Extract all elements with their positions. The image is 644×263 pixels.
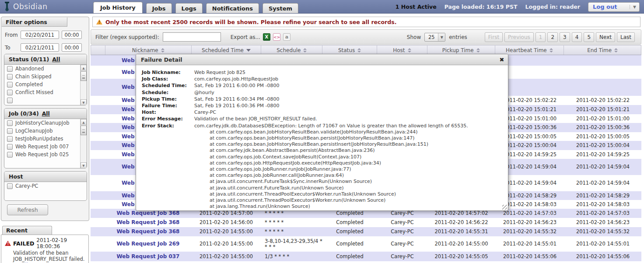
- cell-nickname[interactable]: Web Request Job 368: [105, 210, 191, 216]
- tab-job-history[interactable]: Job History: [93, 2, 143, 13]
- status-checkbox[interactable]: [7, 66, 13, 72]
- list-item-testjobrunupdates: testJobRunUpdates: [4, 135, 87, 143]
- job-checkbox[interactable]: [7, 152, 13, 158]
- status-scrollbar[interactable]: ▲▼: [80, 65, 87, 105]
- cell-nickname[interactable]: Web Request Job 269: [105, 241, 191, 247]
- show-label: Show: [407, 34, 421, 40]
- tab-logs[interactable]: Logs: [175, 3, 203, 13]
- pagination: FirstPrevious12345NextLast: [485, 32, 635, 42]
- host-checkbox[interactable]: [7, 183, 13, 189]
- checkbox-label: Web Request Job 007: [15, 144, 69, 150]
- status-checkbox[interactable]: [7, 82, 13, 88]
- tab-notifications[interactable]: Notifications: [206, 3, 259, 13]
- cell-pickup: 2011-02-20 14:55:00: [427, 241, 495, 247]
- column-header-pickup-time[interactable]: Pickup Time: [427, 46, 495, 55]
- page-button-2[interactable]: 2: [547, 32, 558, 42]
- page-button-5[interactable]: 5: [584, 32, 594, 42]
- page-button-next[interactable]: Next: [596, 32, 615, 42]
- field-value: Carey-PC: [194, 109, 216, 116]
- cell-end: 2011-02-20 15:01:00: [564, 116, 641, 122]
- export-csv-icon[interactable]: a: [283, 33, 290, 41]
- status-checkbox[interactable]: [7, 98, 13, 103]
- stack-trace-line: at com.carfey.ops.bean.JobHistoryResultB…: [142, 135, 504, 141]
- job-checkbox[interactable]: [7, 128, 13, 134]
- cell-pickup: 2011-02-20 14:55:31: [427, 229, 495, 235]
- column-header-host[interactable]: Host: [377, 46, 427, 55]
- stack-trace-line: at java.util.concurrent.ThreadPoolExecut…: [142, 197, 504, 203]
- page-size-select[interactable]: 25 ▼: [424, 33, 445, 42]
- column-label: Scheduled Time: [202, 47, 244, 53]
- modal-field-schedule: Schedule:@hourly: [142, 89, 504, 96]
- job-filter-panel: Job (0/34) All JobHistoryCleanupJobLogCl…: [4, 108, 87, 168]
- scrollbar-thumb[interactable]: [80, 71, 87, 81]
- scrollbar-thumb[interactable]: [80, 126, 87, 135]
- chevron-down-icon[interactable]: ▼: [630, 5, 639, 9]
- cell-end: 2011-02-20 14:58:29: [564, 193, 641, 199]
- page-button-last[interactable]: Last: [617, 32, 635, 42]
- to-time-input[interactable]: [62, 43, 82, 52]
- status-all-link[interactable]: All: [52, 56, 60, 63]
- list-item-completed: Completed: [4, 81, 87, 88]
- cell-host: Carey-PC: [377, 229, 427, 235]
- close-icon[interactable]: ✖: [496, 56, 508, 63]
- tab-jobs[interactable]: Jobs: [146, 3, 172, 13]
- sort-both-icon: [408, 48, 411, 53]
- cell-nickname[interactable]: Web Request Job 368: [105, 220, 191, 225]
- cell-nickname[interactable]: Web Request Job 037: [105, 254, 191, 259]
- export-excel-icon[interactable]: X: [263, 33, 270, 41]
- cell-heartbeat: 2011-02-20 14:56:23: [495, 220, 564, 225]
- status-checkbox[interactable]: [7, 74, 13, 80]
- to-date-input[interactable]: [21, 43, 59, 52]
- job-checkbox[interactable]: [7, 120, 13, 126]
- job-panel-header: Job (0/34) All: [4, 109, 87, 119]
- list-item-web-request-job-025: Web Request Job 025: [4, 151, 87, 158]
- cell-end: 2011-02-20 14:57:03: [564, 210, 641, 216]
- scroll-down-icon[interactable]: ▼: [80, 99, 87, 105]
- page-button-4[interactable]: 4: [572, 32, 582, 42]
- column-header-schedule[interactable]: Schedule: [261, 46, 322, 55]
- cell-scheduled: 2011-02-20 14:55:00: [191, 254, 261, 259]
- job-checkbox[interactable]: [7, 144, 13, 150]
- scroll-up-icon[interactable]: ▲: [80, 119, 87, 125]
- cell-end: 2011-02-20 14:56:23: [564, 220, 641, 225]
- cell-nickname[interactable]: Web Request Job 368: [105, 229, 191, 235]
- status-checkbox[interactable]: [7, 90, 13, 95]
- refresh-button[interactable]: Refresh: [7, 204, 48, 215]
- status-filter-panel: Status (0/11) All AbandonedChain Skipped…: [4, 54, 87, 105]
- cell-end: 2011-02-20 14:59:04: [564, 180, 641, 186]
- from-date-row: From: [5, 31, 82, 39]
- list-item-jobhistorycleanupjob: JobHistoryCleanupJob: [4, 119, 87, 127]
- top-header-bar: Obsidian Job HistoryJobsLogsNotification…: [0, 0, 644, 14]
- logout-button[interactable]: Log out ▼: [588, 2, 640, 12]
- modal-field-host: Host:Carey-PC: [142, 109, 504, 116]
- from-time-input[interactable]: [62, 31, 82, 39]
- host-panel-header: Host: [4, 172, 87, 182]
- field-label: Pickup Time:: [142, 96, 194, 102]
- scroll-up-icon[interactable]: ▲: [80, 65, 87, 71]
- page-button-3[interactable]: 3: [560, 32, 570, 42]
- cell-end: 2011-02-20 15:00:05: [564, 134, 641, 140]
- column-header-end-time[interactable]: End Time: [564, 46, 641, 55]
- error-stack-lines: at com.carfey.ops.bean.JobHistoryResultB…: [142, 129, 504, 210]
- column-header-heartbeat-time[interactable]: Heartbeat Time: [495, 46, 564, 55]
- job-checkbox[interactable]: [7, 136, 13, 142]
- to-label: To: [5, 45, 18, 51]
- modal-fields: Job Nickname:Web Request Job 825Job Clas…: [142, 69, 504, 129]
- column-header-scheduled-time[interactable]: Scheduled Time: [192, 46, 262, 55]
- cell-end: 2011-02-20 14:55:01: [564, 241, 641, 247]
- export-xml-icon[interactable]: <>: [273, 33, 280, 41]
- stack-trace-line: at com.carfey.ops.bean.JobHistoryResultB…: [142, 129, 504, 135]
- table-row: Web Request Job 2692011-02-20 14:55:003-…: [91, 236, 641, 252]
- scroll-down-icon[interactable]: ▼: [80, 162, 87, 168]
- job-all-link[interactable]: All: [42, 110, 50, 117]
- column-header-status[interactable]: Status: [322, 46, 377, 55]
- tab-system[interactable]: System: [262, 3, 298, 13]
- cell-schedule: * * * * *: [261, 220, 322, 225]
- from-date-input[interactable]: [21, 31, 59, 39]
- field-value: Sat, Feb 19 2011 6:00:36 PM -0800: [194, 102, 279, 109]
- filter-input[interactable]: [163, 32, 221, 42]
- column-header-nickname[interactable]: Nickname: [105, 46, 192, 55]
- job-scrollbar[interactable]: ▲▼: [80, 119, 87, 168]
- host-filter-panel: Host Carey-PC: [4, 171, 87, 201]
- resize-handle[interactable]: [502, 205, 507, 210]
